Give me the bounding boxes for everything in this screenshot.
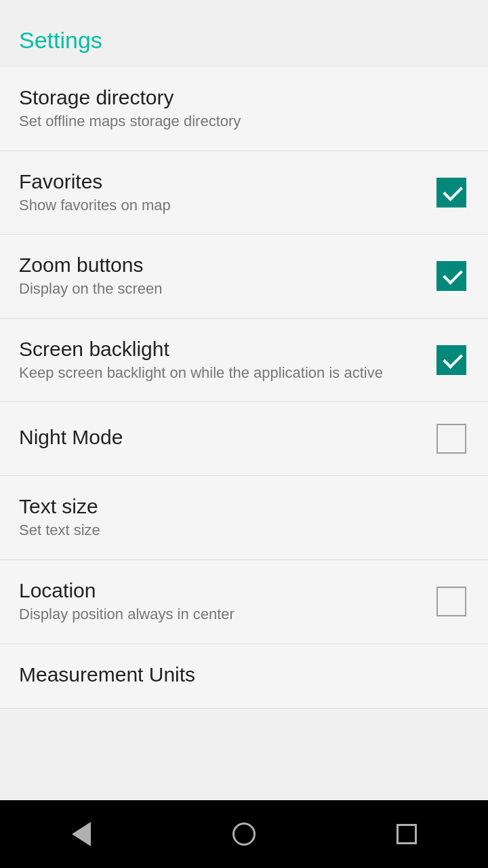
settings-item-text: Text size Set text size bbox=[19, 495, 469, 540]
recent-button[interactable] bbox=[386, 814, 427, 854]
location-title: Location bbox=[19, 579, 420, 602]
recent-icon bbox=[396, 824, 417, 844]
page-title: Settings bbox=[0, 0, 488, 67]
zoom-buttons-subtitle: Display on the screen bbox=[19, 279, 420, 299]
settings-item-storage-directory[interactable]: Storage directory Set offline maps stora… bbox=[0, 67, 488, 151]
settings-list: Storage directory Set offline maps stora… bbox=[0, 67, 488, 800]
settings-item-text: Favorites Show favorites on map bbox=[19, 170, 434, 216]
storage-directory-title: Storage directory bbox=[19, 86, 455, 109]
navigation-bar bbox=[0, 800, 488, 868]
settings-item-zoom-buttons[interactable]: Zoom buttons Display on the screen bbox=[0, 235, 488, 319]
settings-item-text: Measurement Units bbox=[19, 663, 469, 689]
back-icon bbox=[72, 822, 91, 846]
settings-item-text: Storage directory Set offline maps stora… bbox=[19, 86, 469, 132]
location-subtitle: Display position always in center bbox=[19, 605, 420, 625]
storage-directory-subtitle: Set offline maps storage directory bbox=[19, 112, 455, 132]
night-mode-checkbox[interactable] bbox=[436, 424, 466, 454]
measurement-units-title: Measurement Units bbox=[19, 663, 455, 686]
favorites-checkbox-container bbox=[434, 175, 469, 210]
favorites-subtitle: Show favorites on map bbox=[19, 196, 420, 216]
settings-item-text: Location Display position always in cent… bbox=[19, 579, 434, 625]
location-checkbox[interactable] bbox=[436, 587, 466, 616]
location-checkbox-container bbox=[434, 584, 469, 619]
screen-backlight-checkbox[interactable] bbox=[436, 345, 466, 375]
settings-item-location[interactable]: Location Display position always in cent… bbox=[0, 560, 488, 644]
zoom-buttons-checkbox-container bbox=[434, 258, 469, 294]
home-button[interactable] bbox=[224, 814, 264, 854]
settings-item-night-mode[interactable]: Night Mode bbox=[0, 402, 488, 476]
settings-item-favorites[interactable]: Favorites Show favorites on map bbox=[0, 151, 488, 235]
text-size-subtitle: Set text size bbox=[19, 521, 455, 540]
favorites-title: Favorites bbox=[19, 170, 420, 193]
zoom-buttons-checkbox[interactable] bbox=[436, 261, 466, 291]
screen-backlight-title: Screen backlight bbox=[19, 338, 420, 361]
night-mode-title: Night Mode bbox=[19, 426, 420, 449]
favorites-checkbox[interactable] bbox=[436, 178, 466, 208]
home-icon bbox=[232, 823, 256, 846]
settings-item-text-size[interactable]: Text size Set text size bbox=[0, 476, 488, 560]
back-button[interactable] bbox=[61, 814, 102, 854]
night-mode-checkbox-container bbox=[434, 421, 469, 456]
settings-item-measurement-units[interactable]: Measurement Units bbox=[0, 644, 488, 709]
settings-item-screen-backlight[interactable]: Screen backlight Keep screen backlight o… bbox=[0, 319, 488, 403]
text-size-title: Text size bbox=[19, 495, 455, 518]
zoom-buttons-title: Zoom buttons bbox=[19, 254, 420, 277]
screen-backlight-subtitle: Keep screen backlight on while the appli… bbox=[19, 363, 420, 383]
settings-item-text: Zoom buttons Display on the screen bbox=[19, 254, 434, 299]
screen-backlight-checkbox-container bbox=[434, 342, 469, 378]
settings-item-text: Night Mode bbox=[19, 426, 434, 452]
settings-item-text: Screen backlight Keep screen backlight o… bbox=[19, 338, 434, 383]
